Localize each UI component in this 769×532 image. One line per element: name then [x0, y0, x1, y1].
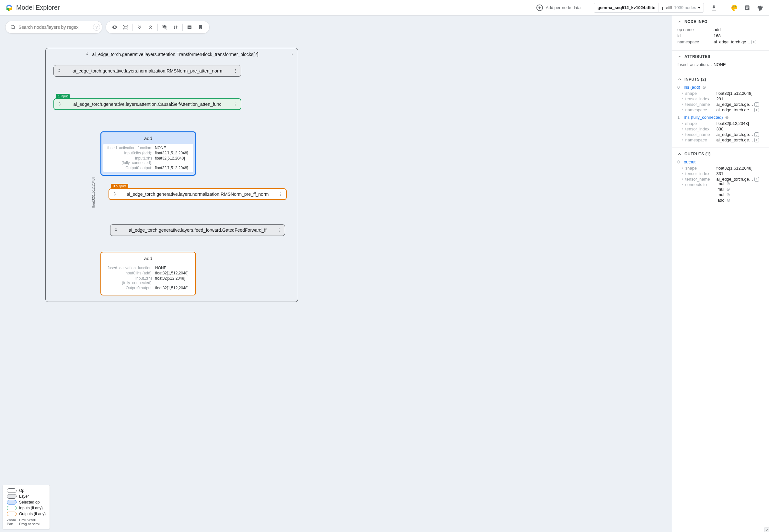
search-box[interactable]: ?: [5, 21, 102, 34]
inputs-swatch: [7, 506, 17, 510]
gated-feed-forward-node[interactable]: ai_edge_torch.generative.layers.feed_for…: [110, 224, 285, 236]
kv-key: namespace: [685, 138, 717, 142]
section-title: INPUTS (2): [685, 77, 706, 82]
dropdown-caret-icon: ▾: [698, 5, 700, 10]
toolbar: [106, 21, 210, 34]
expand-icon[interactable]: [114, 227, 118, 233]
legend-outputs: Outputs (if any): [19, 512, 46, 516]
expand-icon[interactable]: [57, 68, 61, 74]
op-row-key: Input0:lhs (add):: [106, 271, 152, 275]
palette-button[interactable]: [731, 4, 738, 11]
visibility-button[interactable]: [109, 24, 120, 30]
rmsnorm-pre-atten-node[interactable]: ai_edge_torch.generative.layers.normaliz…: [53, 65, 241, 77]
scroll-corner: [764, 527, 769, 532]
io-title[interactable]: 0lhs (add): [677, 85, 764, 90]
op-row-val: float32[512,2048]: [155, 276, 191, 285]
svg-point-25: [727, 199, 730, 202]
bookmark-button[interactable]: [195, 24, 206, 30]
sort-button[interactable]: [170, 24, 181, 30]
svg-rect-12: [124, 26, 127, 28]
target-icon: [702, 85, 706, 89]
search-help-button[interactable]: ?: [93, 24, 100, 31]
connects-list: mulmulmuladd: [713, 181, 764, 203]
collapse-icon[interactable]: [85, 51, 89, 57]
kv-val: ai_edge_torch.ge…: [717, 132, 764, 137]
connect-item[interactable]: add: [718, 198, 764, 203]
fit-button[interactable]: [120, 24, 131, 30]
add-node-selected[interactable]: add fused_activation_function:NONEInput0…: [100, 131, 196, 176]
subgraph-selector[interactable]: prefill 1039 nodes ▾: [659, 3, 704, 12]
target-icon: [725, 116, 729, 119]
kv-key: namespace: [677, 39, 714, 44]
expand-all-button[interactable]: [134, 24, 145, 30]
legend-pan-l: Pan: [7, 522, 16, 526]
bug-icon: [757, 4, 764, 11]
graph-pane[interactable]: ?: [0, 16, 672, 532]
more-icon[interactable]: ⋮: [278, 192, 283, 197]
rmsnorm-pre-ff-node[interactable]: 3 outputs ai_edge_torch.generative.layer…: [108, 188, 287, 200]
download-button[interactable]: [710, 4, 718, 11]
selected-swatch: [7, 500, 17, 504]
section-header-outputs[interactable]: OUTPUTS (1): [677, 152, 764, 156]
connect-item[interactable]: mul: [718, 192, 764, 197]
kv-key: id: [677, 33, 714, 38]
kv-val: ai_edge_torch.ge…: [717, 177, 764, 182]
add-node-output[interactable]: add fused_activation_function:NONEInput0…: [100, 252, 196, 295]
op-row-val: float32[1,512,2048]: [155, 151, 190, 155]
connect-item[interactable]: mul: [718, 187, 764, 192]
search-input[interactable]: [18, 25, 93, 30]
section-header-attributes[interactable]: ATTRIBUTES: [677, 54, 764, 59]
fit-icon: [123, 24, 128, 30]
more-icon[interactable]: ⋮: [233, 102, 238, 107]
connect-item[interactable]: mul: [718, 181, 764, 186]
collapse-all-button[interactable]: [145, 24, 156, 30]
legend-inputs: Inputs (if any): [19, 506, 43, 510]
file-selector[interactable]: gemma_seq512_kv1024.tflite prefill 1039 …: [594, 3, 704, 13]
more-icon[interactable]: ⋮: [233, 68, 238, 73]
section-header-node-info[interactable]: NODE INFO: [677, 19, 764, 24]
svg-point-16: [704, 87, 705, 88]
layers-off-icon: [161, 24, 167, 30]
expand-icon[interactable]: [112, 192, 117, 197]
causal-self-attention-node[interactable]: 1 input ai_edge_torch.generative.layers.…: [53, 98, 241, 110]
subgraph-name: prefill: [662, 5, 672, 10]
divider: [587, 3, 587, 12]
section-title: ATTRIBUTES: [685, 54, 710, 59]
target-icon: [726, 187, 730, 191]
kv-key: tensor_index: [685, 127, 717, 131]
screenshot-button[interactable]: [184, 24, 195, 30]
kv-val: ai_edge_torch.ge…: [714, 39, 764, 44]
kv-val: ai_edge_torch.ge…: [717, 102, 764, 107]
kv-key: shape: [685, 166, 717, 171]
kv-key: tensor_name: [685, 102, 717, 107]
more-icon[interactable]: ⋮: [290, 52, 295, 57]
expand-badge[interactable]: [754, 102, 759, 107]
layers-off-button[interactable]: [159, 24, 170, 30]
expand-icon[interactable]: [57, 102, 62, 107]
expand-badge[interactable]: [752, 40, 756, 44]
op-swatch: [7, 488, 17, 493]
kv-val: add: [714, 27, 764, 32]
bug-button[interactable]: [757, 4, 764, 11]
expand-badge[interactable]: [754, 177, 759, 182]
target-icon: [726, 182, 730, 186]
io-title[interactable]: 0output: [677, 160, 764, 164]
section-header-inputs[interactable]: INPUTS (2): [677, 77, 764, 82]
legend-sel: Selected op: [19, 500, 39, 504]
notes-button[interactable]: [744, 4, 751, 11]
chevron-up-icon: [677, 54, 682, 59]
op-row-key: Output0:output:: [106, 286, 152, 290]
add-per-node-data-button[interactable]: Add per-node data: [536, 4, 581, 11]
sub-kv: •tensor_index331: [677, 171, 764, 176]
more-icon[interactable]: ⋮: [277, 227, 282, 233]
svg-point-17: [726, 116, 728, 119]
kv-row: id168: [677, 33, 764, 38]
expand-badge[interactable]: [754, 132, 759, 137]
expand-badge[interactable]: [754, 138, 759, 142]
svg-rect-9: [746, 8, 748, 8]
io-title[interactable]: 1rhs (fully_connected): [677, 115, 764, 120]
kv-key: shape: [685, 121, 717, 126]
kv-row: namespaceai_edge_torch.ge…: [677, 39, 764, 44]
expand-badge[interactable]: [754, 108, 759, 112]
divider: [724, 3, 724, 12]
